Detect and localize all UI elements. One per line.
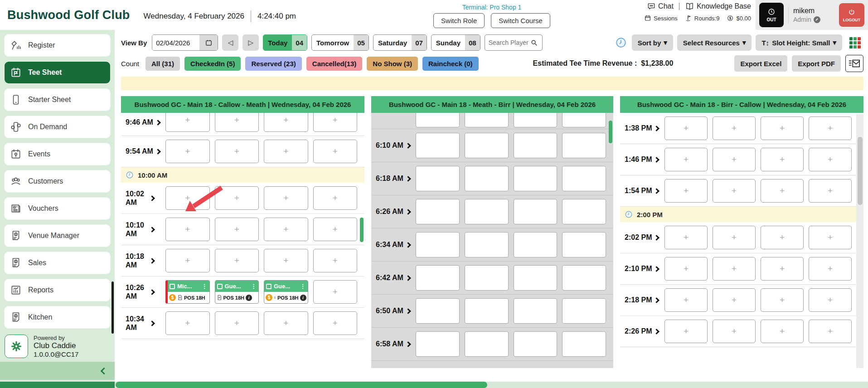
export-pdf-button[interactable]: Export PDF [792,55,841,72]
scrollbar-track[interactable] [856,114,863,368]
sort-by-button[interactable]: Sort by ▾ [632,34,673,51]
empty-slot[interactable] [713,179,756,203]
tee-time-label[interactable]: 6:58 AM [371,340,416,348]
empty-slot[interactable] [416,113,460,127]
empty-slot[interactable] [562,298,606,324]
empty-slot[interactable] [761,226,804,249]
select-resources-button[interactable]: Select Resources ▾ [677,34,752,51]
empty-slot[interactable] [761,288,804,312]
empty-slot[interactable] [514,133,558,158]
empty-slot[interactable] [313,311,358,335]
empty-slot[interactable] [664,320,708,343]
chat-link[interactable]: Chat [647,2,674,11]
empty-slot[interactable] [215,311,259,335]
empty-slot[interactable] [713,320,756,343]
sidebar-scrollbar-thumb[interactable] [112,281,114,334]
empty-slot[interactable] [809,320,852,343]
empty-slot[interactable] [215,218,259,241]
booking-checkbox[interactable] [217,284,223,289]
empty-slot[interactable] [664,148,708,171]
empty-slot[interactable] [264,311,308,335]
tee-time-label[interactable]: 6:42 AM [371,273,416,282]
day-tab-sunday[interactable]: Sunday 08 [431,34,480,51]
scrollbar-thumb[interactable] [116,382,487,388]
kebab-menu-icon[interactable]: ⋮ [300,283,306,290]
empty-slot[interactable] [514,298,558,324]
tee-time-label[interactable]: 9:54 AM [121,147,165,155]
empty-slot[interactable] [562,133,606,158]
empty-slot[interactable] [664,257,708,281]
day-tab-today[interactable]: Today 04 [263,34,307,51]
empty-slot[interactable] [761,148,804,171]
search-player-input[interactable] [489,39,530,46]
empty-slot[interactable] [165,249,210,272]
settings-button[interactable] [5,335,28,358]
edit-profile-button[interactable] [814,16,820,23]
empty-slot[interactable] [465,166,509,191]
knowledge-base-link[interactable]: Knowledge Base [685,2,751,11]
tee-time-label[interactable]: 6:18 AM [371,174,416,183]
empty-slot[interactable] [514,265,558,291]
empty-slot[interactable] [313,113,358,132]
sessions-link[interactable]: Sessions [644,15,678,22]
empty-slot[interactable] [465,265,509,291]
empty-slot[interactable] [165,140,210,163]
tee-time-label[interactable]: 2:10 PM [620,264,664,273]
empty-slot[interactable] [416,232,460,257]
date-input[interactable] [152,35,199,50]
empty-slot[interactable] [761,116,804,140]
empty-slot[interactable] [313,140,358,163]
empty-slot[interactable] [713,116,756,140]
kebab-menu-icon[interactable]: ⋮ [202,283,208,290]
empty-slot[interactable] [465,331,509,357]
tee-time-label[interactable]: 9:46 AM [121,118,165,126]
filter-cancelled-pill[interactable]: Cancelled(13) [306,57,363,71]
day-tab-saturday[interactable]: Saturday 07 [373,34,427,51]
tee-time-label[interactable]: 10:02 AM [121,189,165,207]
sidebar-item-events[interactable]: Events [5,143,110,165]
empty-slot[interactable] [562,113,606,127]
empty-slot[interactable] [416,298,460,324]
scrollbar-thumb[interactable] [858,137,863,205]
empty-slot[interactable] [713,148,756,171]
next-day-button[interactable]: ▷ [242,34,259,51]
empty-slot[interactable] [313,280,358,304]
switch-role-button[interactable]: Switch Role [433,13,485,28]
switch-course-button[interactable]: Switch Course [491,13,550,28]
previous-day-button[interactable]: ◁ [222,34,238,51]
sidebar-item-vouchers[interactable]: Vouchers [5,198,110,219]
empty-slot[interactable] [664,179,708,203]
empty-slot[interactable] [465,199,509,224]
empty-slot[interactable] [562,199,606,224]
empty-slot[interactable] [713,288,756,312]
slot-height-button[interactable]: T↕ Slot Height: Small ▾ [756,34,842,51]
empty-slot[interactable] [465,232,509,257]
sidebar-item-register[interactable]: Register [5,34,110,56]
empty-slot[interactable] [809,257,852,281]
empty-slot[interactable] [215,249,259,272]
empty-slot[interactable] [313,218,358,241]
scrollbar-thumb[interactable] [609,121,612,143]
empty-slot[interactable] [165,218,210,241]
empty-slot[interactable] [264,186,308,210]
empty-slot[interactable] [465,113,509,127]
empty-slot[interactable] [215,186,259,210]
filter-noshow-pill[interactable]: No Show (3) [367,57,418,71]
empty-slot[interactable] [514,232,558,257]
empty-slot[interactable] [713,257,756,281]
kebab-menu-icon[interactable]: ⋮ [251,283,257,290]
grid-view-button[interactable] [846,34,863,51]
pace-info-icon[interactable] [614,36,628,49]
tee-time-label[interactable]: 10:26 AM [121,283,165,301]
export-excel-button[interactable]: Export Excel [734,55,787,72]
empty-slot[interactable] [165,186,210,210]
empty-slot[interactable] [761,257,804,281]
tee-time-label[interactable]: 10:18 AM [121,252,165,269]
booking-checkbox[interactable] [266,284,272,289]
sidebar-item-customers[interactable]: Customers [5,170,110,192]
sidebar-item-on-demand[interactable]: On Demand [5,116,110,138]
empty-slot[interactable] [809,226,852,249]
filter-raincheck-pill[interactable]: Raincheck (0) [422,57,479,71]
empty-slot[interactable] [416,133,460,158]
empty-slot[interactable] [664,116,708,140]
